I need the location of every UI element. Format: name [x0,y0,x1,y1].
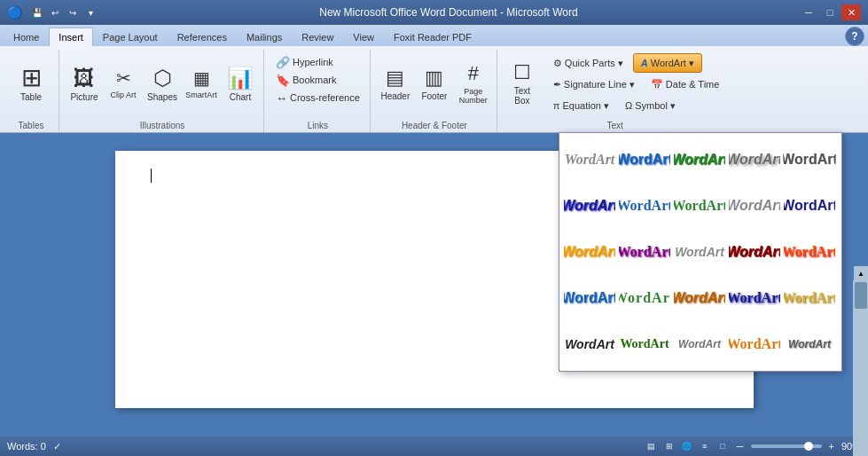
wordart-style-12[interactable]: WordArt [618,229,671,275]
tab-mailings[interactable]: Mailings [237,27,292,46]
signature-line-button[interactable]: ✒ Signature Line ▾ [547,75,641,94]
zoom-plus[interactable]: + [829,441,834,452]
text-group-content: ☐ Text Box ⚙ Quick Parts ▾ A WordArt ▾ [504,50,726,119]
wordart-style-24[interactable]: WordArt [728,321,781,367]
app-icon: 🔵 [7,5,22,20]
equation-icon: π [553,100,560,111]
maximize-button[interactable]: □ [820,4,840,20]
wordart-style-13[interactable]: WordArt [673,229,726,275]
text-row3: π Equation ▾ Ω Symbol ▾ [547,96,726,115]
save-quick-btn[interactable]: 💾 [29,4,45,20]
smartart-button[interactable]: ▦ SmartArt [184,53,219,114]
redo-quick-btn[interactable]: ↪ [65,4,81,20]
wordart-style-9[interactable]: WordArt [728,183,781,229]
footer-button[interactable]: ▥ Footer [417,53,452,114]
scroll-thumb[interactable] [855,282,867,309]
scroll-track[interactable] [853,280,868,456]
signature-icon: ✒ [553,79,561,90]
proofing-icon[interactable]: ✓ [53,441,61,452]
word-count: Words: 0 [7,441,46,452]
dropdown-quick-btn[interactable]: ▾ [82,4,98,20]
tab-foxit[interactable]: Foxit Reader PDF [384,27,481,46]
tables-content: ⊞ Table [9,50,53,119]
bookmark-button[interactable]: 🔖 Bookmark [271,71,364,89]
wordart-style-1[interactable]: WordArt [563,137,616,183]
wordart-style-20[interactable]: WordArt [783,275,836,321]
wordart-style-3[interactable]: WordArt [673,137,726,183]
zoom-minus[interactable]: ─ [737,441,744,452]
scroll-up-arrow[interactable]: ▲ [854,266,868,280]
tab-home[interactable]: Home [4,27,49,46]
wordart-icon: A [641,58,648,68]
crossref-icon: ↔ [276,91,287,105]
table-button[interactable]: ⊞ Table [9,53,53,114]
minimize-button[interactable]: ─ [799,4,818,20]
tab-insert[interactable]: Insert [49,28,93,47]
zoom-slider[interactable] [751,444,822,448]
wordart-grid: WordArt WordArt WordArt WordArt WordArt … [559,133,841,371]
wordart-style-25[interactable]: WordArt [783,321,836,367]
print-layout-btn[interactable]: ▤ [645,440,659,452]
shapes-icon: ⬡ [153,66,172,90]
date-time-button[interactable]: 📅 Date & Time [645,75,726,94]
web-layout-btn[interactable]: 🌐 [680,440,694,452]
text-group-label: Text [504,119,726,132]
text-cursor [151,169,152,183]
wordart-style-16[interactable]: WordArt [563,275,616,321]
textbox-button[interactable]: ☐ Text Box [504,53,540,114]
wordart-style-2[interactable]: WordArt [618,137,671,183]
wordart-style-5[interactable]: WordArt [783,137,836,183]
wordart-style-8[interactable]: WordArt [673,183,726,229]
equation-button[interactable]: π Equation ▾ [547,96,615,115]
wordart-style-23[interactable]: WordArt [673,321,726,367]
draft-btn[interactable]: □ [716,440,730,452]
zoom-thumb[interactable] [804,442,813,451]
hyperlink-button[interactable]: 🔗 Hyperlink [271,53,364,71]
symbol-button[interactable]: Ω Symbol ▾ [619,96,682,115]
wordart-style-14[interactable]: WordArt [728,229,781,275]
title-bar-left: 🔵 💾 ↩ ↪ ▾ [7,4,98,20]
wordart-style-7[interactable]: WordArt [618,183,671,229]
calendar-icon: 📅 [651,79,663,90]
wordart-style-17[interactable]: WordArt [618,275,671,321]
tab-references[interactable]: References [168,27,237,46]
wordart-style-19[interactable]: WordArt [728,275,781,321]
clipart-button[interactable]: ✂ Clip Art [106,53,141,114]
picture-icon: 🖼 [74,66,95,90]
outline-btn[interactable]: ≡ [698,440,712,452]
footer-icon: ▥ [425,67,443,90]
tab-page-layout[interactable]: Page Layout [93,27,168,46]
tab-review[interactable]: Review [292,27,343,46]
wordart-style-18[interactable]: WordArt [673,275,726,321]
wordart-style-11[interactable]: WordArt [563,229,616,275]
full-reading-btn[interactable]: ⊞ [662,440,676,452]
page-number-button[interactable]: # Page Number [456,53,491,114]
wordart-style-4[interactable]: WordArt [728,137,781,183]
wordart-style-6[interactable]: WordArt [563,183,616,229]
undo-quick-btn[interactable]: ↩ [47,4,63,20]
wordart-style-21[interactable]: WordArt [563,321,616,367]
close-button[interactable]: ✕ [841,4,861,20]
wordart-style-15[interactable]: WordArt [783,229,836,275]
help-button[interactable]: ? [845,27,864,46]
chart-button[interactable]: 📊 Chart [223,53,258,114]
status-right: ▤ ⊞ 🌐 ≡ □ ─ + 90% [645,440,861,452]
chart-icon: 📊 [227,66,254,90]
bookmark-icon: 🔖 [276,74,290,87]
wordart-style-10[interactable]: WordArt [783,183,836,229]
textbox-icon: ☐ [513,61,531,84]
status-left: Words: 0 ✓ [7,441,61,452]
crossref-button[interactable]: ↔ Cross-reference [271,89,364,106]
ribbon-group-illustrations: 🖼 Picture ✂ Clip Art ⬡ Shapes ▦ SmartArt… [61,50,264,132]
quick-parts-button[interactable]: ⚙ Quick Parts ▾ [547,53,629,73]
tab-view[interactable]: View [343,27,384,46]
wordart-button[interactable]: A WordArt ▾ [633,53,702,73]
picture-button[interactable]: 🖼 Picture [66,53,102,114]
header-button[interactable]: ▤ Header [378,53,413,114]
ribbon-group-header-footer: ▤ Header ▥ Footer # Page Number Header &… [372,50,497,132]
wordart-style-22[interactable]: WordArt [618,321,671,367]
vertical-scrollbar[interactable]: ▲ ▲ ▼ ▼ [854,266,868,456]
shapes-button[interactable]: ⬡ Shapes [145,53,180,114]
text-right-buttons: ⚙ Quick Parts ▾ A WordArt ▾ ✒ Signature … [547,53,726,115]
hf-content: ▤ Header ▥ Footer # Page Number [378,50,491,119]
